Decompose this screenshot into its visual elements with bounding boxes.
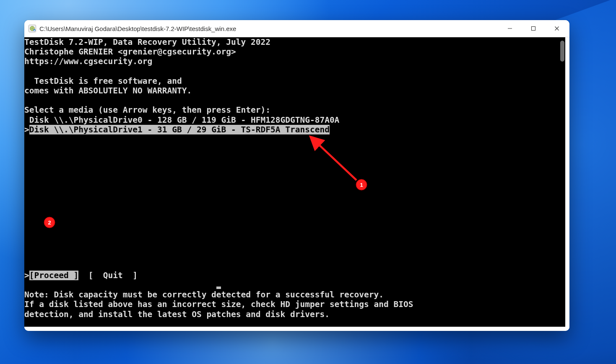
header-line: Christophe GRENIER <grenier@cgsecurity.o… bbox=[24, 47, 565, 57]
desktop-background: C:\Users\Manuviraj Godara\Desktop\testdi… bbox=[0, 0, 616, 364]
close-button[interactable] bbox=[545, 20, 569, 37]
cursor-icon bbox=[216, 287, 221, 289]
titlebar[interactable]: C:\Users\Manuviraj Godara\Desktop\testdi… bbox=[24, 20, 569, 37]
window-title: C:\Users\Manuviraj Godara\Desktop\testdi… bbox=[39, 25, 498, 32]
drive-option-0[interactable]: Disk \\.\PhysicalDrive0 - 128 GB / 119 G… bbox=[24, 115, 565, 125]
free-software-line: TestDisk is free software, and bbox=[24, 76, 565, 86]
scrollbar-thumb[interactable] bbox=[560, 41, 564, 62]
blank-line bbox=[24, 241, 565, 251]
blank-line bbox=[24, 164, 565, 173]
drive-option-1[interactable]: >Disk \\.\PhysicalDrive1 - 31 GB / 29 Gi… bbox=[24, 125, 565, 134]
blank-line bbox=[24, 232, 565, 241]
proceed-option[interactable]: [Proceed ] bbox=[29, 271, 78, 280]
blank-line bbox=[24, 251, 565, 261]
header-line: TestDisk 7.2-WIP, Data Recovery Utility,… bbox=[24, 37, 565, 47]
minimize-button[interactable] bbox=[498, 20, 522, 37]
header-line: https://www.cgsecurity.org bbox=[24, 57, 565, 66]
close-icon bbox=[554, 25, 559, 32]
select-prompt: Select a media (use Arrow keys, then pre… bbox=[24, 105, 565, 115]
blank-line bbox=[24, 222, 565, 232]
blank-line bbox=[24, 183, 565, 193]
blank-line bbox=[24, 144, 565, 154]
console-window: C:\Users\Manuviraj Godara\Desktop\testdi… bbox=[24, 20, 569, 331]
terminal-viewport[interactable]: TestDisk 7.2-WIP, Data Recovery Utility,… bbox=[24, 37, 565, 327]
quit-option[interactable]: [ Quit ] bbox=[78, 271, 138, 280]
terminal-scrollbar[interactable] bbox=[558, 37, 565, 327]
maximize-icon bbox=[531, 25, 536, 32]
blank-line bbox=[24, 193, 565, 202]
drive-option-1-selected-text: Disk \\.\PhysicalDrive1 - 31 GB / 29 GiB… bbox=[29, 125, 330, 134]
blank-line bbox=[24, 202, 565, 212]
cursor-line bbox=[24, 280, 565, 290]
svg-point-2 bbox=[32, 28, 33, 29]
minimize-icon bbox=[507, 25, 512, 32]
blank-line bbox=[24, 134, 565, 144]
blank-line bbox=[24, 261, 565, 271]
blank-line bbox=[24, 154, 565, 163]
blank-line bbox=[24, 173, 565, 183]
maximize-button[interactable] bbox=[522, 20, 545, 37]
blank-line bbox=[24, 212, 565, 222]
menu-row: >[Proceed ] [ Quit ] bbox=[24, 271, 565, 280]
warranty-line: comes with ABSOLUTELY NO WARRANTY. bbox=[24, 86, 565, 96]
note-line: If a disk listed above has an incorrect … bbox=[24, 299, 565, 309]
svg-rect-4 bbox=[532, 26, 535, 30]
window-controls bbox=[498, 20, 569, 37]
blank-line bbox=[24, 96, 565, 105]
note-line: detection, and install the latest OS pat… bbox=[24, 310, 565, 319]
terminal-content: TestDisk 7.2-WIP, Data Recovery Utility,… bbox=[24, 37, 565, 327]
testdisk-exe-icon bbox=[29, 25, 36, 32]
blank-line bbox=[24, 67, 565, 76]
note-line: Note: Disk capacity must be correctly de… bbox=[24, 290, 565, 299]
